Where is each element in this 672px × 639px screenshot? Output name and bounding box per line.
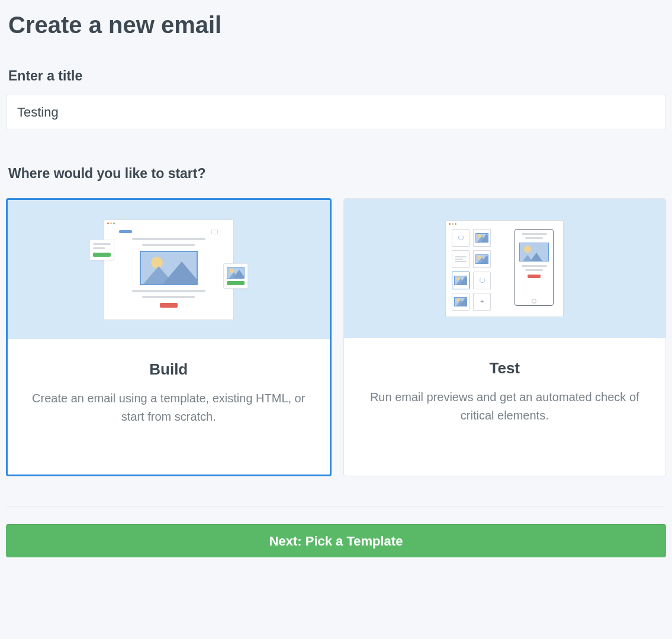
phone-preview-icon: [515, 229, 554, 306]
page-title: Create a new email: [8, 12, 666, 38]
option-card-build[interactable]: Build Create an email using a template, …: [6, 198, 332, 476]
title-label: Enter a title: [8, 68, 666, 84]
test-illustration: +: [344, 199, 666, 338]
option-card-row: Build Create an email using a template, …: [6, 198, 666, 476]
build-card-title: Build: [22, 360, 316, 379]
title-section: Enter a title: [6, 68, 666, 130]
start-label: Where would you like to start?: [8, 166, 666, 182]
test-thumb-grid-icon: +: [452, 229, 491, 311]
build-card-description: Create an email using a template, existi…: [22, 389, 316, 426]
next-button[interactable]: Next: Pick a Template: [6, 524, 666, 557]
option-card-test[interactable]: + Test: [343, 198, 667, 476]
test-card-description: Run email previews and get an automated …: [358, 388, 652, 425]
build-right-chip-icon: [223, 263, 248, 289]
footer-divider: [6, 506, 666, 506]
start-section: Where would you like to start?: [6, 166, 666, 476]
test-card-title: Test: [358, 359, 652, 377]
test-window-icon: +: [445, 220, 564, 317]
build-left-chip-icon: [89, 240, 114, 260]
build-window-icon: [104, 220, 234, 320]
title-input[interactable]: [6, 95, 666, 130]
build-illustration: [8, 200, 330, 339]
